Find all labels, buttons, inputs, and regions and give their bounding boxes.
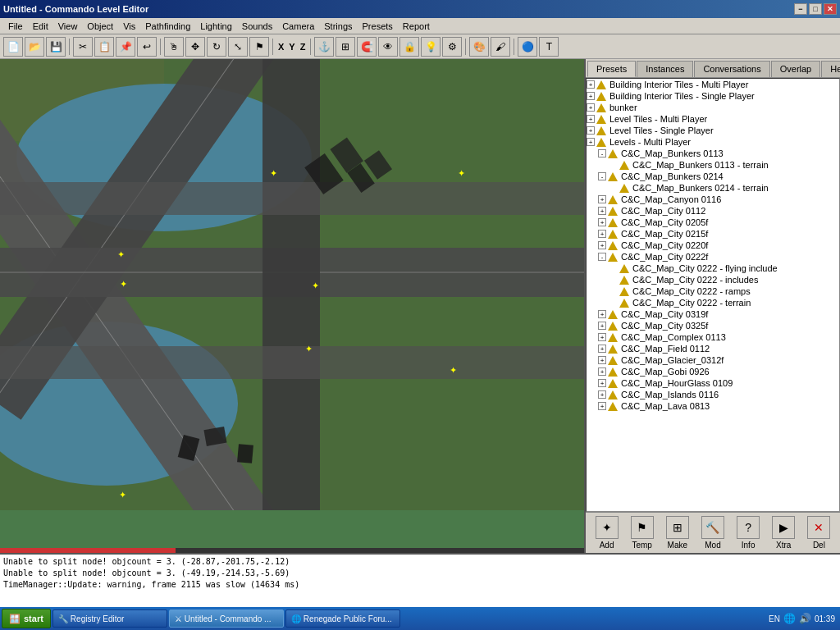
tb-select[interactable]: 🖱 [164,37,184,57]
tree-item-t4[interactable]: +Level Tiles - Multi Player [587,113,839,125]
tb-light[interactable]: 💡 [421,37,441,57]
tree-item-t11[interactable]: +C&C_Map_Canyon 0116 [587,194,839,205]
tree-item-t16[interactable]: -C&C_Map_City 0222f [587,251,839,262]
tree-item-t18[interactable]: C&C_Map_City 0222 - includes [587,274,839,285]
menu-vis[interactable]: Vis [118,20,140,33]
mod-icon: 🔨 [701,516,724,539]
tb-fill[interactable]: 🖌 [491,37,510,57]
log-line-3: TimeManager::Update: warning, frame 2115… [3,579,837,591]
title-text: Untitled - Commando Level Editor [3,4,148,14]
tb-copy[interactable]: 📋 [94,37,114,57]
tree-item-t17[interactable]: C&C_Map_City 0222 - flying include [587,262,839,274]
tree-item-t14[interactable]: +C&C_Map_City 0215f [587,228,839,240]
tb-sep2 [160,39,161,55]
tree-item-t10[interactable]: C&C_Map_Bunkers 0214 - terrain [587,182,839,194]
menu-presets[interactable]: Presets [358,20,398,33]
tb-move[interactable]: ✥ [185,37,205,57]
scroll-left-button[interactable]: ◀ [587,512,598,513]
tree-item-t22[interactable]: +C&C_Map_City 0325f [587,320,839,331]
close-button[interactable]: ✕ [824,3,837,15]
menu-lighting[interactable]: Lighting [195,20,237,33]
tree-item-t26[interactable]: +C&C_Map_Gobi 0926 [587,366,839,377]
commando-icon: ⚔ [175,614,182,623]
registry-icon: 🔧 [58,614,68,623]
tree-item-t1[interactable]: +Building Interior Tiles - Multi Player [587,79,839,90]
tb-flag[interactable]: ⚑ [249,37,269,57]
tree-item-t25[interactable]: +C&C_Map_Glacier_0312f [587,354,839,366]
scroll-right-button[interactable]: ▶ [828,512,839,513]
tb-new[interactable]: 📄 [3,37,23,57]
menu-pathfinding[interactable]: Pathfinding [140,20,195,33]
taskbar-commando[interactable]: ⚔ Untitled - Commando ... [169,609,284,628]
svg-text:✦: ✦ [458,168,465,178]
tb-anchor[interactable]: ⚓ [314,37,334,57]
tb-snap[interactable]: 🧲 [357,37,377,57]
tree-item-t15[interactable]: +C&C_Map_City 0220f [587,240,839,251]
tree-item-t3[interactable]: +bunker [587,102,839,113]
tb-scale[interactable]: ⤡ [228,37,248,57]
tb-text[interactable]: T [539,37,559,57]
map-view[interactable]: ✦ ✦ ✦ ✦ ✦ ✦ ✦ ✦ [0,59,586,553]
tb-undo[interactable]: ↩ [137,37,157,57]
tb-save[interactable]: 💾 [46,37,66,57]
tree-item-t19[interactable]: C&C_Map_City 0222 - ramps [587,285,839,297]
tree-item-t21[interactable]: +C&C_Map_City 0319f [587,308,839,320]
tool-mod[interactable]: 🔨 Mod [696,516,729,550]
tab-heightfield[interactable]: Heightfield [821,61,840,77]
tb-misc1[interactable]: ⚙ [442,37,462,57]
tool-del[interactable]: ✕ Del [802,516,835,550]
menu-edit[interactable]: Edit [28,20,53,33]
tree-item-t5[interactable]: +Level Tiles - Single Player [587,125,839,136]
tree-item-t2[interactable]: +Building Interior Tiles - Single Player [587,90,839,102]
tb-paste[interactable]: 📌 [116,37,135,57]
menu-sounds[interactable]: Sounds [237,20,277,33]
tool-temp[interactable]: ⚑ Temp [626,516,659,550]
tree-item-t7[interactable]: -C&C_Map_Bunkers 0113 [587,148,839,159]
menu-object[interactable]: Object [82,20,118,33]
tb-lock[interactable]: 🔒 [399,37,419,57]
tree-item-t8[interactable]: C&C_Map_Bunkers 0113 - terrain [587,159,839,171]
tb-eye[interactable]: 👁 [378,37,398,57]
tree-scroll[interactable]: +Building Interior Tiles - Multi Player+… [587,79,839,511]
tree-item-t13[interactable]: +C&C_Map_City 0205f [587,217,839,228]
tool-info[interactable]: ? Info [732,516,765,550]
tool-add[interactable]: ✦ Add [591,516,623,550]
tree-item-t24[interactable]: +C&C_Map_Field 0112 [587,343,839,354]
tree-item-t27[interactable]: +C&C_Map_HourGlass 0109 [587,377,839,389]
tab-instances[interactable]: Instances [637,61,693,77]
tab-conversations[interactable]: Conversations [694,61,769,77]
tb-open[interactable]: 📂 [25,37,44,57]
menu-strings[interactable]: Strings [319,20,357,33]
tb-color[interactable]: 🎨 [469,37,489,57]
xtra-label: Xtra [776,541,791,550]
maximize-button[interactable]: □ [809,3,822,15]
del-icon: ✕ [807,516,830,539]
tab-overlap[interactable]: Overlap [771,61,821,77]
svg-text:✦: ✦ [117,249,125,259]
minimize-button[interactable]: − [794,3,807,15]
menu-camera[interactable]: Camera [277,20,319,33]
tree-item-t9[interactable]: -C&C_Map_Bunkers 0214 [587,171,839,182]
tb-render[interactable]: 🔵 [518,37,537,57]
menu-report[interactable]: Report [398,20,435,33]
menu-file[interactable]: File [3,20,28,33]
tree-item-t23[interactable]: +C&C_Map_Complex 0113 [587,331,839,343]
tb-grid[interactable]: ⊞ [336,37,355,57]
renegade-icon: 🌐 [291,614,301,623]
tb-sep6 [514,39,514,55]
taskbar-registry[interactable]: 🔧 Registry Editor [52,609,167,628]
tree-item-t29[interactable]: +C&C_Map_Lava 0813 [587,400,839,412]
tab-presets[interactable]: Presets [587,61,636,77]
tree-item-t6[interactable]: +Levels - Multi Player [587,136,839,148]
tree-item-t12[interactable]: +C&C_Map_City 0112 [587,205,839,217]
tool-make[interactable]: ⊞ Make [661,516,694,550]
tb-rotate[interactable]: ↻ [207,37,226,57]
taskbar-renegade[interactable]: 🌐 Renegade Public Foru... [285,609,400,628]
tree-item-t20[interactable]: C&C_Map_City 0222 - terrain [587,297,839,308]
tb-cut[interactable]: ✂ [73,37,93,57]
panel-tabs: Presets Instances Conversations Overlap … [586,59,840,78]
tool-xtra[interactable]: ▶ Xtra [767,516,800,550]
menu-view[interactable]: View [53,20,83,33]
start-button[interactable]: 🪟 start [2,609,51,628]
tree-item-t28[interactable]: +C&C_Map_Islands 0116 [587,389,839,400]
